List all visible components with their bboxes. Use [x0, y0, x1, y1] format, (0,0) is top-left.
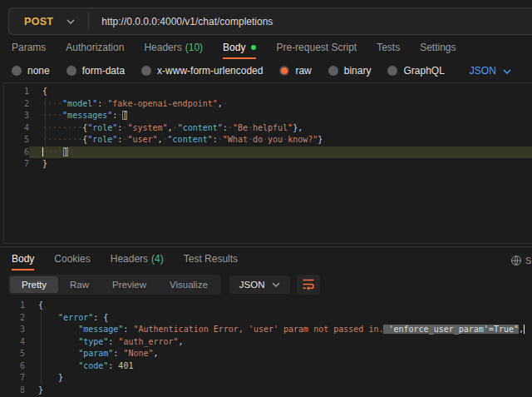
code-content[interactable]: ····"messages":·[	[29, 110, 532, 122]
response-tab-test-results[interactable]: Test Results	[184, 253, 238, 269]
code-content[interactable]: }	[25, 372, 532, 385]
code-token	[38, 337, 78, 346]
code-token: "content"	[178, 123, 223, 132]
divider	[88, 12, 89, 30]
tab-authorization[interactable]: Authorization	[66, 42, 124, 57]
view-pretty[interactable]: Pretty	[10, 276, 58, 293]
code-token: ····	[43, 147, 63, 156]
method-select[interactable]: POST	[9, 16, 66, 27]
response-toolbar: PrettyRawPreviewVisualize JSON	[8, 274, 320, 295]
line-number: 2	[4, 98, 29, 111]
tab-label: Body	[12, 253, 34, 265]
code-content[interactable]: "param": "None",	[25, 348, 532, 360]
body-type-x-www-form-urlencoded[interactable]: x-www-form-urlencoded	[141, 65, 263, 77]
response-tab-headers[interactable]: Headers(4)	[111, 253, 164, 269]
code-token: "What	[223, 135, 248, 144]
code-token: ········	[42, 135, 82, 144]
code-content[interactable]: }	[29, 158, 532, 171]
text-cursor	[524, 325, 525, 334]
line-number: 6	[4, 146, 29, 159]
chevron-down-icon	[503, 69, 511, 74]
code-token: }	[38, 385, 43, 395]
request-url-input[interactable]: http://0.0.0.0:4000/v1/chat/completions	[101, 16, 273, 27]
code-line: 7 }	[0, 372, 532, 385]
body-type-binary[interactable]: binary	[328, 65, 372, 77]
tab-body[interactable]: Body	[223, 42, 256, 59]
body-type-none[interactable]: none	[12, 65, 50, 77]
radio-label: GraphQL	[403, 65, 444, 77]
tab-pre-request-script[interactable]: Pre-request Script	[276, 42, 357, 57]
code-token: "user"	[127, 135, 157, 144]
code-token: }	[318, 135, 323, 144]
response-tab-body[interactable]: Body	[12, 253, 34, 270]
tab-label: Headers	[144, 42, 181, 53]
code-token: ,	[179, 337, 184, 346]
status-text-clipped: S	[525, 256, 531, 265]
code-content[interactable]: "error": {	[25, 312, 532, 325]
code-token	[38, 325, 78, 334]
code-token: },	[293, 123, 303, 132]
line-number: 4	[4, 122, 29, 135]
code-line: 8}	[0, 385, 532, 397]
code-line: 5········{"role":·"user",·"content":·"Wh…	[4, 134, 532, 146]
code-content[interactable]: ········{"role":·"system",·"content":·"B…	[29, 122, 532, 135]
tab-count-badge: (10)	[185, 42, 203, 53]
response-tab-cookies[interactable]: Cookies	[54, 253, 90, 269]
code-content[interactable]: ····"model":·"fake-openai-endpoint",·	[29, 98, 532, 111]
request-url-bar: POST http://0.0.0.0:4000/v1/chat/complet…	[8, 7, 532, 35]
code-token: "role"	[87, 123, 117, 132]
tab-headers[interactable]: Headers(10)	[144, 42, 203, 57]
code-content[interactable]: }	[25, 385, 532, 397]
code-content[interactable]: "code": 401	[25, 360, 532, 373]
code-token: "Authentication Error, 'user' param not …	[133, 325, 383, 334]
request-format-select[interactable]: JSON	[470, 65, 511, 77]
tab-tests[interactable]: Tests	[377, 42, 400, 57]
request-format-label: JSON	[470, 65, 496, 77]
green-dot-icon	[251, 45, 256, 50]
code-token: do	[253, 135, 263, 144]
tab-label: Tests	[377, 42, 400, 53]
tab-label: Pre-request Script	[276, 42, 357, 53]
code-content[interactable]: "message": "Authentication Error, 'user'…	[25, 324, 532, 336]
code-content[interactable]: "type": "auth_error",	[25, 336, 532, 349]
response-body-editor[interactable]: 1{2 "error": {3 "message": "Authenticati…	[0, 296, 532, 397]
line-number: 1	[0, 300, 25, 312]
tab-label: Cookies	[54, 253, 90, 265]
code-token: "Be	[233, 123, 248, 132]
code-token: know?"	[288, 135, 318, 144]
body-type-graphql[interactable]: GraphQL	[387, 65, 444, 77]
radio-icon	[328, 66, 338, 76]
view-preview[interactable]: Preview	[101, 276, 158, 293]
body-type-form-data[interactable]: form-data	[66, 65, 125, 77]
code-token: "model"	[62, 99, 97, 108]
code-line: 3 "message": "Authentication Error, 'use…	[0, 324, 532, 336]
wrap-text-button[interactable]	[297, 275, 320, 295]
code-token: helpful"	[253, 123, 293, 132]
line-number: 7	[4, 158, 29, 171]
view-raw[interactable]: Raw	[58, 276, 101, 293]
request-body-editor[interactable]: 1{2····"model":·"fake-openai-endpoint",·…	[3, 82, 532, 244]
code-token: ·	[223, 99, 228, 108]
code-line: 7}	[4, 158, 532, 171]
globe-icon[interactable]	[510, 255, 522, 266]
tab-settings[interactable]: Settings	[420, 42, 456, 57]
body-type-raw[interactable]: raw	[279, 65, 311, 77]
tab-label: Test Results	[184, 253, 238, 265]
code-token: {	[42, 87, 47, 96]
postman-window: POST http://0.0.0.0:4000/v1/chat/complet…	[0, 0, 532, 397]
line-number: 7	[0, 372, 25, 385]
view-visualize[interactable]: Visualize	[158, 276, 219, 293]
code-content[interactable]: ········{"role":·"user",·"content":·"Wha…	[29, 134, 532, 146]
code-content[interactable]: ····]	[29, 146, 532, 159]
radio-label: form-data	[82, 65, 125, 77]
code-content[interactable]: {	[25, 300, 532, 312]
code-token: ]	[63, 147, 68, 156]
tab-params[interactable]: Params	[12, 42, 46, 57]
response-format-select[interactable]: JSON	[229, 275, 291, 294]
code-content[interactable]: {	[29, 86, 532, 98]
chevron-down-icon[interactable]	[66, 19, 75, 24]
code-line: 1{	[4, 86, 532, 98]
line-number: 5	[4, 134, 29, 146]
code-line: 3····"messages":·[	[4, 110, 532, 122]
selected-text: 'enforce_user_param'=True"	[383, 325, 519, 334]
